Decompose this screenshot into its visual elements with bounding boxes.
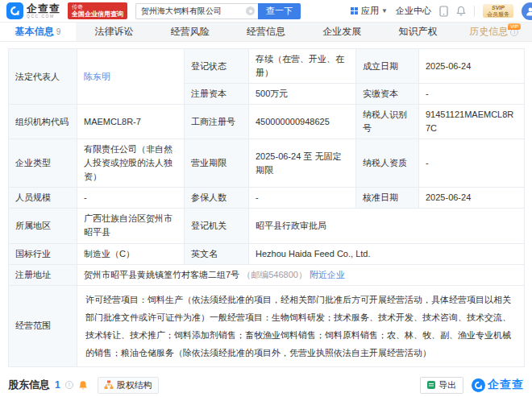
region-label: 所属地区 — [9, 209, 77, 243]
industry-label: 国标行业 — [9, 243, 77, 264]
svip-line1: SVIP — [487, 5, 509, 11]
industry-value: 制造业（C） — [77, 243, 185, 264]
export-button[interactable]: 导出 — [420, 377, 463, 394]
taxpayer-id-value: 91451121MAEMCL8R7C — [419, 105, 525, 139]
tab-basic-info[interactable]: 基本信息 9 — [0, 23, 76, 41]
qcc-watermark-text: 企查查 — [488, 378, 524, 392]
mobile-app-icon[interactable] — [439, 6, 448, 17]
en-name-label: 英文名 — [185, 243, 249, 264]
legal-rep-label: 法定代表人 — [9, 49, 77, 105]
tab-ip-label: 知识产权 — [399, 25, 438, 39]
basic-info-table: 法定代表人 陈东明 登记状态 存续（在营、开业、在册） 成立日期 2025-06… — [8, 48, 525, 367]
tab-development-label: 企业发展 — [322, 25, 361, 39]
search-button[interactable]: 查一下 — [258, 3, 301, 19]
tab-legal[interactable]: 法律诉讼 — [76, 23, 152, 41]
qcc-logo[interactable]: 企查查 QCC.COM 传奇 全国企业信用查询 — [6, 2, 127, 19]
shareholders-info-icon[interactable]: i — [65, 381, 73, 389]
header-right-nav: 应用 ▼ 企业中心 SVIP 会员服务 — [351, 2, 532, 20]
tab-risk[interactable]: 经营风险 — [152, 23, 228, 41]
svip-badge[interactable]: SVIP 会员服务 — [483, 4, 513, 18]
tab-legal-label: 法律诉讼 — [94, 25, 133, 39]
scope-label: 经营范围 — [9, 285, 77, 366]
paid-capital-label: 实缴资本 — [356, 84, 419, 105]
tab-operation-label: 经营信息 — [247, 25, 285, 39]
tab-history[interactable]: 历史信息 i VIP — [456, 23, 532, 41]
reg-capital-label: 注册资本 — [185, 84, 249, 105]
taxpayer-qual-label: 纳税人资质 — [356, 139, 419, 188]
export-label: 导出 — [438, 379, 456, 391]
biz-reg-no-label: 工商注册号 — [185, 105, 249, 139]
paid-capital-value: - — [419, 84, 525, 105]
est-date-label: 成立日期 — [356, 49, 419, 84]
authority-value: 昭平县行政审批局 — [249, 209, 525, 243]
biz-term-label: 营业期限 — [185, 139, 249, 188]
reg-status-label: 登记状态 — [185, 49, 249, 84]
shareholders-title: 股东信息 — [8, 378, 50, 392]
main-content: 法定代表人 陈东明 登记状态 存续（在营、开业、在册） 成立日期 2025-06… — [0, 42, 532, 397]
staff-size-label: 人员规模 — [9, 188, 77, 209]
tab-risk-label: 经营风险 — [171, 25, 210, 39]
legal-rep-cell: 陈东明 — [77, 49, 185, 105]
subscribe-bell-icon[interactable] — [78, 380, 88, 391]
en-name-value: Hezhou Haida Feed Co., Ltd. — [249, 243, 525, 264]
biz-reg-no-value: 450000000948625 — [249, 105, 356, 139]
reg-capital-value: 500万元 — [249, 84, 356, 105]
qcc-logo-icon — [6, 2, 23, 19]
qcc-company-page: 企查查 QCC.COM 传奇 全国企业信用查询 查一下 应用 ▼ 企业中心 — [0, 0, 532, 397]
search-bar: 查一下 — [135, 3, 301, 19]
vip-badge: VIP — [508, 23, 521, 30]
scope-value: 许可经营项目：饲料生产（依法须经批准的项目，经相关部门批准后方可开展经营活动，具… — [77, 285, 525, 366]
staff-size-value: - — [77, 188, 185, 209]
tab-history-label: 历史信息 — [469, 25, 508, 39]
authority-label: 登记机关 — [185, 209, 249, 243]
region-value: 广西壮族自治区贺州市昭平县 — [77, 209, 185, 243]
est-date-value: 2025-06-24 — [419, 49, 525, 84]
org-code-value: MAEMCL8R-7 — [77, 105, 185, 139]
address-label: 注册地址 — [9, 264, 77, 285]
address-value: 贺州市昭平县黄姚镇篁竹村客塘二组7号 — [84, 270, 239, 279]
nearby-companies-link[interactable]: 附近企业 — [310, 270, 345, 279]
apps-label: 应用 — [361, 5, 379, 17]
apps-menu[interactable]: 应用 ▼ — [351, 5, 388, 17]
enterprise-center-link[interactable]: 企业中心 — [396, 5, 431, 17]
insured-label: 参保人数 — [185, 188, 249, 209]
slogan-badge: 传奇 全国企业信用查询 — [68, 2, 127, 19]
company-tab-bar: 基本信息 9 法律诉讼 经营风险 经营信息 企业发展 知识产权 历史信息 i V… — [0, 23, 532, 42]
tab-basic-info-count: 9 — [56, 27, 61, 36]
divider — [474, 6, 475, 17]
tab-development[interactable]: 企业发展 — [304, 23, 380, 41]
company-type-label: 企业类型 — [9, 139, 77, 188]
tab-ip[interactable]: 知识产权 — [380, 23, 455, 41]
shareholders-header: 股东信息 1 i 股权结构 导出 企查查 — [8, 377, 524, 394]
excel-icon — [427, 381, 435, 389]
insured-value: - — [249, 188, 356, 209]
qcc-logo-text: 企查查 — [27, 3, 60, 14]
company-type-value: 有限责任公司（非自然人投资或控股的法人独资） — [77, 139, 185, 188]
equity-structure-button[interactable]: 股权结构 — [98, 377, 159, 394]
slogan-line1: 传奇 — [72, 4, 123, 10]
taxpayer-id-label: 纳税人识别号 — [356, 105, 419, 139]
address-cell: 贺州市昭平县黄姚镇篁竹村客塘二组7号 （邮编546800） 附近企业 — [77, 264, 525, 285]
legal-rep-link[interactable]: 陈东明 — [84, 72, 110, 81]
org-chart-icon — [104, 380, 114, 390]
search-input[interactable] — [135, 3, 258, 19]
chevron-down-icon: ▼ — [381, 7, 388, 14]
top-header: 企查查 QCC.COM 传奇 全国企业信用查询 查一下 应用 ▼ 企业中心 — [0, 0, 532, 23]
reg-status-value: 存续（在营、开业、在册） — [249, 49, 356, 84]
camera-search-icon[interactable] — [246, 6, 255, 15]
qcc-watermark: 企查查 — [472, 378, 524, 392]
qcc-watermark-icon — [472, 378, 485, 392]
taxpayer-qual-value: - — [419, 139, 525, 188]
approval-date-label: 核准日期 — [356, 188, 419, 209]
postcode: （邮编546800） — [242, 270, 307, 279]
notification-bell-icon[interactable] — [456, 6, 466, 16]
qcc-logo-domain: QCC.COM — [27, 14, 60, 19]
user-avatar[interactable] — [522, 2, 532, 20]
slogan-line2: 全国企业信用查询 — [72, 10, 123, 18]
approval-date-value: 2025-06-24 — [419, 188, 525, 209]
biz-term-value: 2025-06-24 至 无固定期限 — [249, 139, 356, 188]
apps-grid-icon — [351, 7, 359, 15]
tab-operation[interactable]: 经营信息 — [228, 23, 304, 41]
org-code-label: 组织机构代码 — [9, 105, 77, 139]
shareholders-count: 1 — [55, 379, 60, 391]
